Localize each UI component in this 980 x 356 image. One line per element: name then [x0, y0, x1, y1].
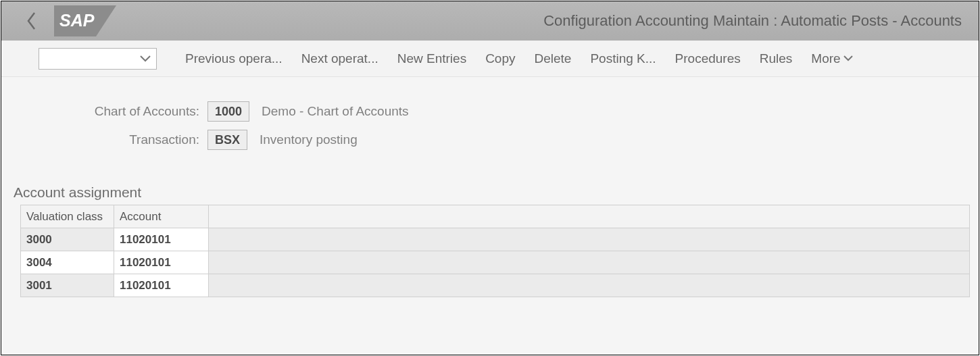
cell-empty — [209, 228, 970, 251]
header-info: Chart of Accounts: 1000 Demo - Chart of … — [1, 77, 979, 154]
cell-account[interactable]: 11020101 — [114, 251, 209, 274]
toolbar-more-label: More — [811, 51, 840, 66]
toolbar-procedures[interactable]: Procedures — [666, 47, 750, 70]
page-title: Configuration Accounting Maintain : Auto… — [543, 12, 962, 30]
app-frame: SAP Configuration Accounting Maintain : … — [1, 1, 979, 355]
chevron-down-icon — [140, 53, 151, 65]
account-assignment-table: Valuation class Account 3000110201013004… — [20, 205, 979, 297]
cell-empty — [209, 274, 970, 297]
cell-account[interactable]: 11020101 — [114, 274, 209, 297]
cell-valuation-class[interactable]: 3000 — [21, 228, 114, 251]
toolbar-posting-key[interactable]: Posting K... — [581, 47, 665, 70]
toolbar-rules[interactable]: Rules — [750, 47, 802, 70]
toolbar-next-operation[interactable]: Next operat... — [292, 47, 388, 70]
cell-valuation-class[interactable]: 3004 — [21, 251, 114, 274]
cell-valuation-class[interactable]: 3001 — [21, 274, 114, 297]
table-row[interactable]: 300011020101 — [21, 228, 970, 251]
title-bar: SAP Configuration Accounting Maintain : … — [1, 1, 979, 41]
toolbar-delete[interactable]: Delete — [524, 47, 581, 70]
chevron-down-icon — [843, 55, 853, 61]
sap-logo: SAP — [54, 5, 116, 36]
coa-description: Demo - Chart of Accounts — [262, 104, 409, 119]
back-button[interactable] — [22, 11, 42, 31]
section-heading: Account assignment — [14, 184, 979, 201]
table-row[interactable]: 300111020101 — [21, 274, 970, 297]
col-valuation-class[interactable]: Valuation class — [21, 205, 114, 228]
chart-of-accounts-row: Chart of Accounts: 1000 Demo - Chart of … — [1, 97, 979, 126]
cell-account[interactable]: 11020101 — [114, 228, 209, 251]
toolbar-prev-operation[interactable]: Previous opera... — [176, 47, 292, 70]
transaction-description: Inventory posting — [260, 132, 358, 147]
transaction-value: BSX — [207, 130, 247, 150]
col-account[interactable]: Account — [114, 205, 209, 228]
cell-empty — [209, 251, 970, 274]
transaction-label: Transaction: — [1, 132, 207, 147]
command-field[interactable] — [39, 48, 157, 70]
toolbar: Previous opera... Next operat... New Ent… — [1, 41, 979, 77]
coa-label: Chart of Accounts: — [1, 104, 207, 119]
toolbar-new-entries[interactable]: New Entries — [388, 47, 476, 70]
toolbar-copy[interactable]: Copy — [476, 47, 524, 70]
coa-value: 1000 — [207, 101, 249, 122]
svg-text:SAP: SAP — [59, 11, 95, 30]
table-row[interactable]: 300411020101 — [21, 251, 970, 274]
col-empty — [209, 205, 970, 228]
transaction-row: Transaction: BSX Inventory posting — [1, 126, 979, 154]
toolbar-more[interactable]: More — [802, 47, 862, 70]
chevron-left-icon — [26, 11, 37, 30]
